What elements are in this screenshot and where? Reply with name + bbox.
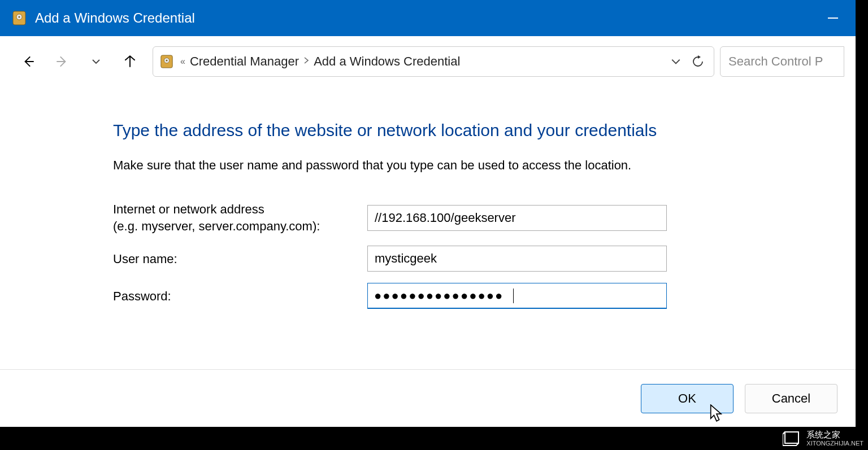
svg-point-6: [166, 60, 168, 62]
ok-button[interactable]: OK: [641, 384, 734, 413]
refresh-button[interactable]: [691, 55, 705, 68]
username-input[interactable]: [367, 246, 667, 272]
history-dropdown[interactable]: [79, 46, 113, 77]
search-placeholder: Search Control P: [728, 54, 823, 69]
nav-buttons: [11, 46, 147, 77]
address-input[interactable]: [367, 205, 667, 231]
hint-text: Make sure that the user name and passwor…: [113, 158, 743, 173]
address-dropdown[interactable]: [671, 58, 681, 65]
search-input[interactable]: Search Control P: [720, 46, 844, 77]
watermark-url: XITONGZHIJIA.NET: [806, 440, 863, 447]
breadcrumb[interactable]: « Credential Manager Add a Windows Crede…: [180, 54, 665, 69]
minimize-button[interactable]: [810, 0, 856, 36]
address-label: Internet or network address (e.g. myserv…: [113, 201, 367, 234]
window: Add a Windows Credential: [0, 0, 856, 427]
watermark: 系统之家 XITONGZHIJIA.NET: [783, 430, 863, 447]
cancel-button[interactable]: Cancel: [745, 384, 837, 413]
back-button[interactable]: [11, 46, 45, 77]
content-area: Type the address of the website or netwo…: [0, 87, 856, 309]
password-wrap: ●●●●●●●●●●●●●●●: [367, 283, 667, 309]
svg-rect-3: [828, 18, 838, 19]
app-icon: [11, 10, 27, 26]
chevron-left-icon: «: [180, 56, 185, 67]
password-input[interactable]: [367, 283, 667, 309]
text-caret: [513, 289, 514, 303]
svg-point-2: [19, 16, 20, 18]
page-heading: Type the address of the website or netwo…: [113, 121, 743, 140]
footer: OK Cancel: [0, 369, 856, 427]
credential-form: Internet or network address (e.g. myserv…: [113, 201, 743, 309]
breadcrumb-segment-2[interactable]: Add a Windows Credential: [314, 54, 460, 69]
titlebar: Add a Windows Credential: [0, 0, 856, 36]
window-title: Add a Windows Credential: [35, 10, 844, 26]
forward-button[interactable]: [45, 46, 79, 77]
address-bar[interactable]: « Credential Manager Add a Windows Crede…: [153, 46, 714, 77]
chevron-right-icon: [303, 56, 309, 67]
nav-toolbar: « Credential Manager Add a Windows Crede…: [0, 36, 856, 87]
window-controls: [810, 0, 856, 36]
password-label: Password:: [113, 288, 367, 305]
location-icon: [159, 54, 175, 69]
up-button[interactable]: [113, 46, 147, 77]
breadcrumb-segment-1[interactable]: Credential Manager: [190, 54, 299, 69]
watermark-brand: 系统之家: [806, 430, 840, 439]
username-label: User name:: [113, 251, 367, 268]
